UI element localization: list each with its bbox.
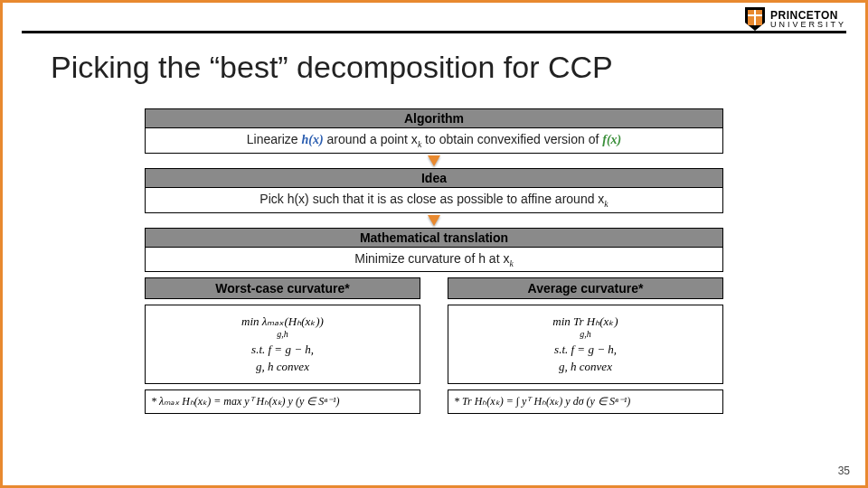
worst-header: Worst-case curvature* (146, 278, 420, 298)
average-column: Average curvature* min Tr Hₕ(xₖ) g,h s.t… (448, 277, 723, 414)
worst-footnote: * λₘₐₓ Hₕ(xₖ) = max yᵀ Hₕ(xₖ) y (y ∈ Sⁿ⁻… (145, 389, 420, 414)
avg-math: min Tr Hₕ(xₖ) g,h s.t. f = g − h, g, h c… (448, 305, 723, 384)
idea-box: Idea Pick h(x) such that it is as close … (145, 168, 723, 213)
arrow-down-icon (428, 215, 440, 226)
logo-text-top: PRINCETON (770, 10, 846, 21)
idea-header: Idea (146, 169, 722, 188)
avg-header: Average curvature* (448, 278, 722, 298)
slide-title: Picking the “best” decomposition for CCP (51, 50, 613, 85)
top-rule (22, 31, 846, 33)
logo-text-bottom: UNIVERSITY (770, 21, 846, 29)
princeton-logo: PRINCETON UNIVERSITY (745, 7, 846, 31)
math-header: Mathematical translation (146, 229, 722, 248)
avg-footnote: * Tr Hₕ(xₖ) = ∫ yᵀ Hₕ(xₖ) y dσ (y ∈ Sⁿ⁻¹… (448, 389, 723, 414)
math-body: Minimize curvature of h at xk (146, 248, 722, 272)
idea-body: Pick h(x) such that it is as close as po… (146, 188, 722, 212)
worst-math: min λₘₐₓ(Hₕ(xₖ)) g,h s.t. f = g − h, g, … (145, 305, 420, 384)
two-column: Worst-case curvature* min λₘₐₓ(Hₕ(xₖ)) g… (145, 277, 723, 414)
algorithm-header: Algorithm (146, 109, 722, 128)
page-number: 35 (838, 465, 850, 477)
shield-icon (745, 7, 765, 31)
content-stack: Algorithm Linearize h(x) around a point … (145, 108, 723, 414)
math-translation-box: Mathematical translation Minimize curvat… (145, 228, 723, 273)
algorithm-body: Linearize h(x) around a point xk to obta… (146, 128, 722, 153)
avg-header-box: Average curvature* (448, 277, 723, 299)
arrow-down-icon (428, 155, 440, 166)
algorithm-box: Algorithm Linearize h(x) around a point … (145, 108, 723, 154)
worst-header-box: Worst-case curvature* (145, 277, 420, 299)
worst-case-column: Worst-case curvature* min λₘₐₓ(Hₕ(xₖ)) g… (145, 277, 420, 414)
